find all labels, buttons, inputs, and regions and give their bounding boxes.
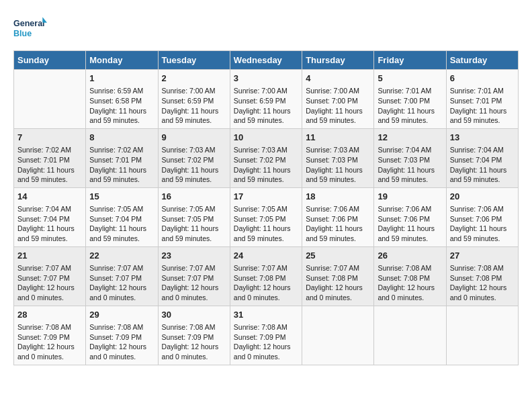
calendar-cell [14, 70, 86, 129]
day-number: 16 [162, 191, 226, 203]
svg-text:General: General [13, 19, 45, 28]
day-header-saturday: Saturday [446, 51, 518, 70]
day-number: 2 [162, 73, 226, 85]
day-info: Sunrise: 7:00 AM Sunset: 7:00 PM Dayligh… [306, 86, 370, 126]
calendar-cell: 24Sunrise: 7:07 AM Sunset: 7:08 PM Dayli… [230, 246, 302, 306]
day-header-thursday: Thursday [302, 51, 374, 70]
day-header-wednesday: Wednesday [230, 51, 302, 70]
day-info: Sunrise: 7:07 AM Sunset: 7:08 PM Dayligh… [234, 263, 298, 303]
calendar-cell [446, 306, 518, 365]
day-info: Sunrise: 7:04 AM Sunset: 7:03 PM Dayligh… [378, 145, 442, 185]
day-info: Sunrise: 7:08 AM Sunset: 7:08 PM Dayligh… [378, 263, 442, 303]
calendar-cell: 21Sunrise: 7:07 AM Sunset: 7:07 PM Dayli… [14, 246, 86, 306]
calendar-cell: 22Sunrise: 7:07 AM Sunset: 7:07 PM Dayli… [86, 246, 158, 306]
day-info: Sunrise: 7:08 AM Sunset: 7:09 PM Dayligh… [89, 322, 154, 362]
day-number: 23 [162, 250, 226, 262]
calendar-cell: 5Sunrise: 7:01 AM Sunset: 7:00 PM Daylig… [374, 70, 446, 129]
day-info: Sunrise: 6:59 AM Sunset: 6:58 PM Dayligh… [89, 86, 154, 126]
day-info: Sunrise: 7:07 AM Sunset: 7:07 PM Dayligh… [89, 263, 154, 303]
calendar-body: 1Sunrise: 6:59 AM Sunset: 6:58 PM Daylig… [14, 70, 519, 365]
day-header-sunday: Sunday [14, 51, 86, 70]
day-number: 9 [162, 132, 226, 144]
calendar-cell: 31Sunrise: 7:08 AM Sunset: 7:09 PM Dayli… [230, 306, 302, 365]
calendar-cell: 13Sunrise: 7:04 AM Sunset: 7:04 PM Dayli… [446, 128, 518, 187]
day-info: Sunrise: 7:06 AM Sunset: 7:06 PM Dayligh… [378, 204, 442, 244]
calendar-cell: 15Sunrise: 7:05 AM Sunset: 7:04 PM Dayli… [86, 187, 158, 246]
calendar-cell [302, 306, 374, 365]
day-info: Sunrise: 7:02 AM Sunset: 7:01 PM Dayligh… [17, 145, 82, 185]
calendar-cell: 10Sunrise: 7:03 AM Sunset: 7:02 PM Dayli… [230, 128, 302, 187]
day-header-monday: Monday [86, 51, 158, 70]
calendar-header-row: SundayMondayTuesdayWednesdayThursdayFrid… [14, 51, 519, 70]
day-number: 13 [450, 132, 515, 144]
calendar-cell: 14Sunrise: 7:04 AM Sunset: 7:04 PM Dayli… [14, 187, 86, 246]
calendar-cell: 30Sunrise: 7:08 AM Sunset: 7:09 PM Dayli… [158, 306, 230, 365]
calendar-cell: 2Sunrise: 7:00 AM Sunset: 6:59 PM Daylig… [158, 70, 230, 129]
day-number: 29 [89, 309, 154, 321]
day-number: 3 [234, 73, 298, 85]
calendar-cell: 8Sunrise: 7:02 AM Sunset: 7:01 PM Daylig… [86, 128, 158, 187]
day-info: Sunrise: 7:03 AM Sunset: 7:03 PM Dayligh… [306, 145, 370, 185]
day-info: Sunrise: 7:04 AM Sunset: 7:04 PM Dayligh… [450, 145, 515, 185]
day-info: Sunrise: 7:00 AM Sunset: 6:59 PM Dayligh… [162, 86, 226, 126]
calendar-cell: 20Sunrise: 7:06 AM Sunset: 7:06 PM Dayli… [446, 187, 518, 246]
calendar-week-4: 28Sunrise: 7:08 AM Sunset: 7:09 PM Dayli… [14, 306, 519, 365]
calendar-week-2: 14Sunrise: 7:04 AM Sunset: 7:04 PM Dayli… [14, 187, 519, 246]
day-number: 7 [17, 132, 82, 144]
day-info: Sunrise: 7:03 AM Sunset: 7:02 PM Dayligh… [162, 145, 226, 185]
day-number: 30 [162, 309, 226, 321]
day-number: 10 [234, 132, 298, 144]
day-info: Sunrise: 7:05 AM Sunset: 7:05 PM Dayligh… [162, 204, 226, 244]
day-number: 31 [234, 309, 298, 321]
calendar-cell: 6Sunrise: 7:01 AM Sunset: 7:01 PM Daylig… [446, 70, 518, 129]
svg-text:Blue: Blue [13, 29, 32, 38]
day-info: Sunrise: 7:00 AM Sunset: 6:59 PM Dayligh… [234, 86, 298, 126]
logo: General Blue [13, 13, 47, 44]
calendar-cell: 25Sunrise: 7:07 AM Sunset: 7:08 PM Dayli… [302, 246, 374, 306]
day-number: 19 [378, 191, 442, 203]
calendar-cell: 28Sunrise: 7:08 AM Sunset: 7:09 PM Dayli… [14, 306, 86, 365]
day-info: Sunrise: 7:08 AM Sunset: 7:09 PM Dayligh… [234, 322, 298, 362]
calendar-week-3: 21Sunrise: 7:07 AM Sunset: 7:07 PM Dayli… [14, 246, 519, 306]
calendar-cell: 3Sunrise: 7:00 AM Sunset: 6:59 PM Daylig… [230, 70, 302, 129]
calendar-cell: 1Sunrise: 6:59 AM Sunset: 6:58 PM Daylig… [86, 70, 158, 129]
day-info: Sunrise: 7:06 AM Sunset: 7:06 PM Dayligh… [450, 204, 515, 244]
calendar-cell: 27Sunrise: 7:08 AM Sunset: 7:08 PM Dayli… [446, 246, 518, 306]
day-number: 22 [89, 250, 154, 262]
day-info: Sunrise: 7:05 AM Sunset: 7:04 PM Dayligh… [89, 204, 154, 244]
day-number: 11 [306, 132, 370, 144]
day-number: 18 [306, 191, 370, 203]
calendar-table: SundayMondayTuesdayWednesdayThursdayFrid… [13, 50, 519, 365]
calendar-cell: 23Sunrise: 7:07 AM Sunset: 7:07 PM Dayli… [158, 246, 230, 306]
day-number: 8 [89, 132, 154, 144]
day-number: 12 [378, 132, 442, 144]
day-header-friday: Friday [374, 51, 446, 70]
day-info: Sunrise: 7:08 AM Sunset: 7:08 PM Dayligh… [450, 263, 515, 303]
calendar-cell: 4Sunrise: 7:00 AM Sunset: 7:00 PM Daylig… [302, 70, 374, 129]
day-header-tuesday: Tuesday [158, 51, 230, 70]
day-number: 1 [89, 73, 154, 85]
day-number: 17 [234, 191, 298, 203]
calendar-cell: 29Sunrise: 7:08 AM Sunset: 7:09 PM Dayli… [86, 306, 158, 365]
calendar-week-0: 1Sunrise: 6:59 AM Sunset: 6:58 PM Daylig… [14, 70, 519, 129]
day-number: 20 [450, 191, 515, 203]
calendar-cell: 16Sunrise: 7:05 AM Sunset: 7:05 PM Dayli… [158, 187, 230, 246]
day-number: 14 [17, 191, 82, 203]
calendar-cell: 7Sunrise: 7:02 AM Sunset: 7:01 PM Daylig… [14, 128, 86, 187]
calendar-cell: 17Sunrise: 7:05 AM Sunset: 7:05 PM Dayli… [230, 187, 302, 246]
day-number: 26 [378, 250, 442, 262]
day-info: Sunrise: 7:08 AM Sunset: 7:09 PM Dayligh… [162, 322, 226, 362]
calendar-cell: 18Sunrise: 7:06 AM Sunset: 7:06 PM Dayli… [302, 187, 374, 246]
day-number: 15 [89, 191, 154, 203]
day-info: Sunrise: 7:01 AM Sunset: 7:00 PM Dayligh… [378, 86, 442, 126]
day-number: 5 [378, 73, 442, 85]
day-number: 25 [306, 250, 370, 262]
calendar-week-1: 7Sunrise: 7:02 AM Sunset: 7:01 PM Daylig… [14, 128, 519, 187]
day-info: Sunrise: 7:07 AM Sunset: 7:07 PM Dayligh… [162, 263, 226, 303]
calendar-cell: 26Sunrise: 7:08 AM Sunset: 7:08 PM Dayli… [374, 246, 446, 306]
day-info: Sunrise: 7:03 AM Sunset: 7:02 PM Dayligh… [234, 145, 298, 185]
day-info: Sunrise: 7:06 AM Sunset: 7:06 PM Dayligh… [306, 204, 370, 244]
svg-marker-2 [42, 17, 47, 22]
day-info: Sunrise: 7:01 AM Sunset: 7:01 PM Dayligh… [450, 86, 515, 126]
day-info: Sunrise: 7:05 AM Sunset: 7:05 PM Dayligh… [234, 204, 298, 244]
